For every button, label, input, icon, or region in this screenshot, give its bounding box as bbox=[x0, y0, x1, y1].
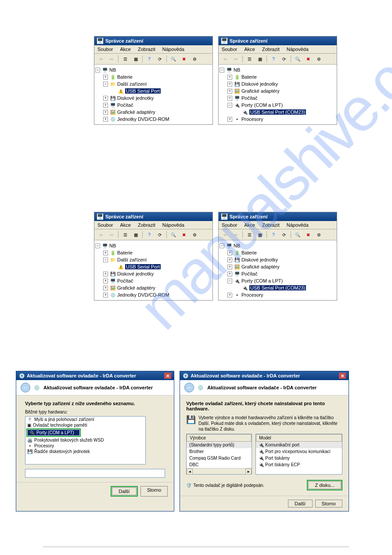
menu-akce[interactable]: Akce bbox=[119, 222, 132, 228]
tree-graficke[interactable]: Grafické adaptéry bbox=[241, 264, 280, 269]
cancel-button[interactable]: Storno bbox=[140, 486, 168, 497]
search-box[interactable] bbox=[25, 469, 165, 478]
tree-baterie[interactable]: Baterie bbox=[117, 74, 133, 80]
help-icon[interactable]: ? bbox=[269, 230, 278, 239]
tree-icon[interactable]: ☰ bbox=[120, 54, 130, 63]
expand-icon[interactable]: + bbox=[227, 272, 232, 276]
back-icon[interactable]: ⇦ bbox=[96, 230, 106, 239]
tree-icon[interactable]: ☰ bbox=[245, 230, 254, 239]
menu-zobrazit[interactable]: Zobrazit bbox=[137, 222, 157, 228]
expand-icon[interactable]: + bbox=[227, 89, 232, 94]
help-icon[interactable]: ? bbox=[144, 54, 154, 63]
back-icon[interactable]: ⇦ bbox=[220, 54, 230, 63]
close-button[interactable]: ✕ bbox=[164, 373, 171, 379]
props-icon[interactable]: ▦ bbox=[131, 54, 140, 63]
forward-icon[interactable]: ⇨ bbox=[107, 54, 116, 63]
expand-icon[interactable]: + bbox=[227, 82, 232, 87]
expand-icon[interactable]: + bbox=[103, 293, 108, 297]
close-button[interactable]: ✕ bbox=[339, 373, 346, 379]
tree-graficke[interactable]: Grafické adaptéry bbox=[241, 88, 280, 94]
tree-procesory[interactable]: Procesory bbox=[241, 116, 263, 122]
refresh-icon[interactable]: ⟳ bbox=[155, 54, 165, 63]
menu-soubor[interactable]: Soubor bbox=[96, 46, 114, 52]
tree-usb-serial-com[interactable]: USB Serial Port (COM23) bbox=[249, 109, 306, 115]
expand-icon[interactable]: + bbox=[227, 96, 232, 101]
disable-icon[interactable]: ✖ bbox=[179, 230, 189, 239]
menu-zobrazit[interactable]: Zobrazit bbox=[261, 46, 281, 52]
back-icon[interactable]: ⇦ bbox=[96, 54, 106, 63]
menu-akce[interactable]: Akce bbox=[119, 46, 132, 52]
disable-icon[interactable]: ✖ bbox=[179, 54, 189, 63]
refresh-icon[interactable]: ⟳ bbox=[279, 54, 289, 63]
collapse-icon[interactable]: − bbox=[227, 279, 232, 283]
scan-icon[interactable]: 🔍 bbox=[169, 54, 178, 63]
tree-pocitac[interactable]: Počítač bbox=[241, 271, 258, 276]
update-icon[interactable]: ⚙ bbox=[190, 230, 199, 239]
collapse-icon[interactable]: − bbox=[219, 68, 224, 73]
update-icon[interactable]: ⚙ bbox=[314, 54, 324, 63]
forward-icon[interactable]: ⇨ bbox=[231, 230, 241, 239]
tree-icon[interactable]: ☰ bbox=[120, 230, 130, 239]
refresh-icon[interactable]: ⟳ bbox=[279, 230, 289, 239]
expand-icon[interactable]: + bbox=[103, 250, 108, 255]
expand-icon[interactable]: + bbox=[227, 258, 232, 262]
menu-zobrazit[interactable]: Zobrazit bbox=[261, 222, 281, 228]
menu-napoveda[interactable]: Nápověda bbox=[285, 222, 310, 228]
menu-soubor[interactable]: Soubor bbox=[220, 222, 238, 228]
cancel-button[interactable]: Storno bbox=[315, 500, 342, 508]
from-disk-button[interactable]: Z disku... bbox=[308, 481, 341, 489]
help-icon[interactable]: ? bbox=[269, 54, 278, 63]
tree-diskove[interactable]: Diskové jednotky bbox=[117, 271, 154, 276]
menu-napoveda[interactable]: Nápověda bbox=[161, 222, 186, 228]
tree-root[interactable]: NB bbox=[234, 243, 240, 248]
device-type-list[interactable]: 🖱️Myši a jiná polohovací zařízení ▣Ovlad… bbox=[25, 416, 146, 464]
tree-pocitac[interactable]: Počítač bbox=[241, 95, 258, 101]
expand-icon[interactable]: + bbox=[103, 103, 108, 108]
collapse-icon[interactable]: − bbox=[103, 258, 108, 262]
props-icon[interactable]: ▦ bbox=[131, 230, 140, 239]
tree-procesory[interactable]: Procesory bbox=[241, 292, 263, 297]
scrollbar[interactable]: ◄► bbox=[187, 468, 252, 474]
tree-baterie[interactable]: Baterie bbox=[241, 74, 257, 80]
expand-icon[interactable]: + bbox=[227, 250, 232, 255]
tree-root[interactable]: NB bbox=[234, 67, 240, 73]
model-list[interactable]: Model 🔌Komunikační port 🔌Port pro vícepo… bbox=[255, 434, 342, 475]
back-icon[interactable]: ⇦ bbox=[220, 230, 230, 239]
scan-icon[interactable]: 🔍 bbox=[169, 230, 178, 239]
update-icon[interactable]: ⚙ bbox=[190, 54, 199, 63]
tree-porty[interactable]: Porty (COM a LPT) bbox=[241, 278, 283, 283]
tree-pocitac[interactable]: Počítač bbox=[117, 102, 133, 108]
tree-diskove[interactable]: Diskové jednotky bbox=[117, 95, 154, 101]
tree-graficke[interactable]: Grafické adaptéry bbox=[117, 285, 155, 290]
props-icon[interactable]: ▦ bbox=[255, 54, 265, 63]
props-icon[interactable]: ▦ bbox=[255, 230, 265, 239]
forward-icon[interactable]: ⇨ bbox=[231, 54, 241, 63]
tree-diskove[interactable]: Diskové jednotky bbox=[241, 81, 278, 87]
collapse-icon[interactable]: − bbox=[103, 82, 108, 87]
tree-dvd[interactable]: Jednotky DVD/CD-ROM bbox=[117, 292, 169, 297]
list-item[interactable]: Brother bbox=[187, 448, 252, 455]
tree-usb-serial[interactable]: USB Serial Port bbox=[125, 88, 161, 94]
expand-icon[interactable]: + bbox=[227, 75, 232, 80]
menu-soubor[interactable]: Soubor bbox=[220, 46, 238, 52]
back-button[interactable]: ← bbox=[21, 383, 30, 392]
forward-icon[interactable]: ⇨ bbox=[107, 230, 116, 239]
help-icon[interactable]: ? bbox=[144, 230, 154, 239]
menu-soubor[interactable]: Soubor bbox=[96, 222, 114, 228]
expand-icon[interactable]: + bbox=[227, 117, 232, 122]
menu-zobrazit[interactable]: Zobrazit bbox=[137, 46, 157, 52]
menu-napoveda[interactable]: Nápověda bbox=[285, 46, 310, 52]
menu-akce[interactable]: Akce bbox=[243, 46, 256, 52]
menu-napoveda[interactable]: Nápověda bbox=[161, 46, 186, 52]
tree-usb-serial[interactable]: USB Serial Port bbox=[125, 264, 161, 269]
menu-akce[interactable]: Akce bbox=[243, 222, 256, 228]
collapse-icon[interactable]: − bbox=[95, 243, 100, 248]
collapse-icon[interactable]: − bbox=[219, 243, 224, 248]
tree-dalsi[interactable]: Další zařízení bbox=[117, 257, 147, 262]
expand-icon[interactable]: + bbox=[103, 117, 108, 122]
tree-baterie[interactable]: Baterie bbox=[117, 250, 133, 255]
expand-icon[interactable]: + bbox=[227, 265, 232, 269]
collapse-icon[interactable]: − bbox=[227, 103, 232, 108]
scan-icon[interactable]: 🔍 bbox=[293, 230, 302, 239]
disable-icon[interactable]: ✖ bbox=[303, 230, 313, 239]
